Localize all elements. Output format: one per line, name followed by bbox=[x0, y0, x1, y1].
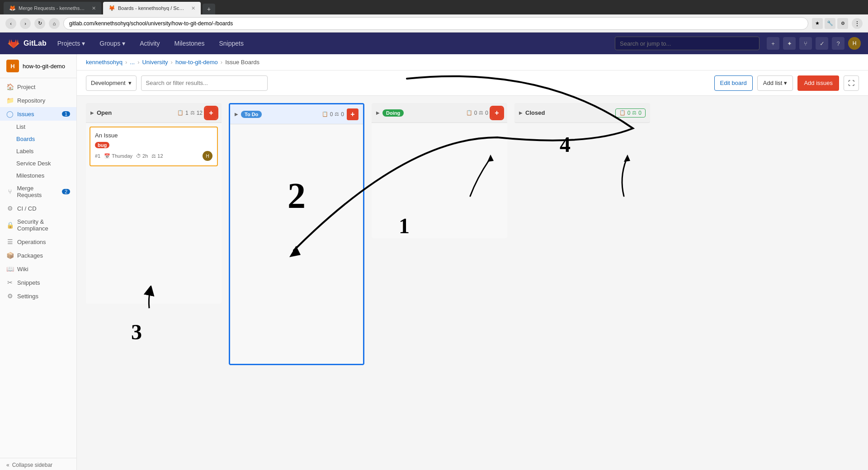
sidebar-item-issues[interactable]: ◯ Issues 1 bbox=[0, 107, 76, 121]
column-toggle-closed[interactable]: ▶ bbox=[519, 110, 523, 115]
sidebar-label-settings: Settings bbox=[17, 293, 38, 300]
issue-title-1: An Issue bbox=[95, 132, 212, 139]
sidebar-label-cicd: CI / CD bbox=[17, 205, 37, 212]
closed-weight-icon: ⚖ bbox=[632, 110, 637, 116]
browser-tab-2[interactable]: 🦊 Boards - kennethsohyq / School... ✕ bbox=[103, 2, 201, 14]
nav-item-milestones[interactable]: Milestones bbox=[171, 38, 208, 49]
merge-requests-icon: ⑂ bbox=[6, 188, 13, 195]
nav-item-projects[interactable]: Projects ▾ bbox=[54, 38, 89, 49]
nav-issues-icon[interactable]: ✦ bbox=[783, 37, 796, 50]
breadcrumb-ellipsis[interactable]: ... bbox=[130, 59, 135, 66]
board-dropdown[interactable]: Development ▾ bbox=[86, 75, 137, 91]
nav-item-snippets[interactable]: Snippets bbox=[215, 38, 247, 49]
tab-close-1[interactable]: ✕ bbox=[92, 5, 96, 11]
doing-weight-count: 0 bbox=[485, 110, 488, 116]
sidebar-sub-labels[interactable]: Labels bbox=[0, 145, 76, 157]
column-body-open: An Issue bug #1 📅 Thursday bbox=[86, 123, 222, 304]
home-button[interactable]: ⌂ bbox=[49, 18, 60, 29]
sidebar-label-boards: Boards bbox=[16, 136, 35, 142]
collapse-label: Collapse sidebar bbox=[12, 462, 52, 468]
sidebar-sub-milestones[interactable]: Milestones bbox=[0, 169, 76, 182]
nav-item-activity[interactable]: Activity bbox=[136, 38, 163, 49]
ext-icon-2[interactable]: 🔧 bbox=[825, 18, 835, 29]
snippets-icon: ✂ bbox=[6, 279, 14, 286]
tab-close-2[interactable]: ✕ bbox=[191, 5, 195, 11]
sidebar-sub-list[interactable]: List bbox=[0, 121, 76, 133]
back-button[interactable]: ‹ bbox=[5, 18, 16, 29]
open-column-add-button[interactable]: + bbox=[205, 107, 217, 119]
ext-icon-3[interactable]: ⚙ bbox=[837, 18, 848, 29]
nav-todo-icon[interactable]: ✓ bbox=[816, 37, 828, 50]
sidebar-item-snippets[interactable]: ✂ Snippets bbox=[0, 276, 76, 289]
sidebar-item-packages[interactable]: 📦 Packages bbox=[0, 249, 76, 262]
issue-card-1[interactable]: An Issue bug #1 📅 Thursday bbox=[90, 127, 218, 166]
gitlab-logo[interactable]: GitLab bbox=[7, 37, 47, 50]
board-search-input[interactable] bbox=[141, 75, 268, 91]
breadcrumb-root[interactable]: kennethsohyq bbox=[86, 59, 123, 66]
column-header-todo: ▶ To Do 📋 0 ⚖ 0 + bbox=[230, 104, 363, 124]
sidebar-sub-servicedesk[interactable]: Service Desk bbox=[0, 157, 76, 169]
sidebar-item-cicd[interactable]: ⚙ CI / CD bbox=[0, 202, 76, 215]
sidebar: H how-to-git-demo 🏠 Project 📁 Repository… bbox=[0, 54, 77, 470]
collapse-sidebar-button[interactable]: « Collapse sidebar bbox=[0, 458, 76, 470]
sidebar-item-wiki[interactable]: 📖 Wiki bbox=[0, 262, 76, 276]
add-list-chevron: ▾ bbox=[784, 80, 787, 86]
nav-merge-icon[interactable]: ⑂ bbox=[799, 37, 812, 50]
packages-icon: 📦 bbox=[6, 252, 14, 259]
sidebar-sub-boards[interactable]: Boards bbox=[0, 133, 76, 145]
annotation-4: 4 bbox=[560, 132, 650, 157]
fullscreen-icon: ⛶ bbox=[848, 80, 854, 87]
closed-issues-icon: 📋 bbox=[619, 110, 626, 116]
nav-user-avatar[interactable]: H bbox=[848, 37, 861, 50]
closed-badge: 📋 0 ⚖ 0 bbox=[615, 108, 646, 118]
nav-item-groups[interactable]: Groups ▾ bbox=[96, 38, 129, 49]
issue-label-bug: bug bbox=[95, 142, 109, 148]
column-badge-todo: To Do bbox=[241, 111, 262, 118]
edit-board-button[interactable]: Edit board bbox=[714, 75, 753, 91]
breadcrumb-project[interactable]: how-to-git-demo bbox=[175, 59, 218, 66]
add-issues-button[interactable]: Add issues bbox=[797, 75, 839, 91]
nav-plus-icon[interactable]: + bbox=[767, 37, 779, 50]
weight-icon-2: ⚖ bbox=[151, 153, 156, 159]
sidebar-item-repository[interactable]: 📁 Repository bbox=[0, 94, 76, 107]
open-issue-count: 1 bbox=[185, 110, 189, 116]
settings-icon: ⚙ bbox=[6, 292, 14, 300]
issues-count-icon: 📋 bbox=[177, 110, 184, 116]
column-todo: ▶ To Do 📋 0 ⚖ 0 + 2 bbox=[229, 103, 364, 365]
browser-tab-1[interactable]: 🦊 Merge Requests - kennethsohyq ✕ bbox=[4, 2, 101, 14]
fullscreen-button[interactable]: ⛶ bbox=[844, 75, 859, 91]
sidebar-item-project[interactable]: 🏠 Project bbox=[0, 80, 76, 94]
sidebar-item-settings[interactable]: ⚙ Settings bbox=[0, 289, 76, 303]
board-columns-area: ▶ Open 📋 1 ⚖ 12 + An Issue bbox=[77, 96, 868, 470]
sidebar-label-packages: Packages bbox=[17, 252, 43, 259]
add-list-button[interactable]: Add list ▾ bbox=[757, 75, 793, 91]
column-toggle-todo[interactable]: ▶ bbox=[235, 112, 238, 117]
nav-help-icon[interactable]: ? bbox=[832, 37, 844, 50]
global-search-input[interactable] bbox=[615, 37, 760, 50]
address-bar[interactable] bbox=[63, 17, 808, 30]
ext-icon-1[interactable]: ★ bbox=[812, 18, 823, 29]
issue-num-value: #1 bbox=[95, 153, 100, 159]
issue-weight-value: 12 bbox=[157, 153, 163, 159]
todo-weight-count: 0 bbox=[341, 111, 344, 118]
project-header[interactable]: H how-to-git-demo bbox=[0, 54, 76, 78]
sidebar-item-merge-requests[interactable]: ⑂ Merge Requests 2 bbox=[0, 182, 76, 202]
tab-favicon-1: 🦊 bbox=[9, 5, 16, 11]
refresh-button[interactable]: ↻ bbox=[34, 18, 45, 29]
forward-button[interactable]: › bbox=[20, 18, 31, 29]
top-navigation: GitLab Projects ▾ Groups ▾ Activity Mile… bbox=[0, 33, 868, 54]
column-toggle-doing[interactable]: ▶ bbox=[376, 110, 380, 115]
weight-icon: ⚖ bbox=[190, 110, 195, 116]
sidebar-label-security: Security & Compliance bbox=[17, 218, 70, 232]
menu-button[interactable]: ⋮ bbox=[852, 18, 863, 29]
column-toggle-open[interactable]: ▶ bbox=[90, 110, 94, 115]
tab-label-1: Merge Requests - kennethsohyq bbox=[19, 5, 86, 11]
board-dropdown-chevron: ▾ bbox=[128, 80, 132, 86]
sidebar-item-operations[interactable]: ☰ Operations bbox=[0, 235, 76, 249]
todo-column-add-button[interactable]: + bbox=[347, 108, 359, 120]
breadcrumb-university[interactable]: University bbox=[142, 59, 168, 66]
sidebar-item-security[interactable]: 🔒 Security & Compliance bbox=[0, 215, 76, 235]
cicd-icon: ⚙ bbox=[6, 205, 14, 212]
doing-column-add-button[interactable]: + bbox=[491, 107, 503, 119]
new-tab-button[interactable]: + bbox=[203, 4, 215, 14]
